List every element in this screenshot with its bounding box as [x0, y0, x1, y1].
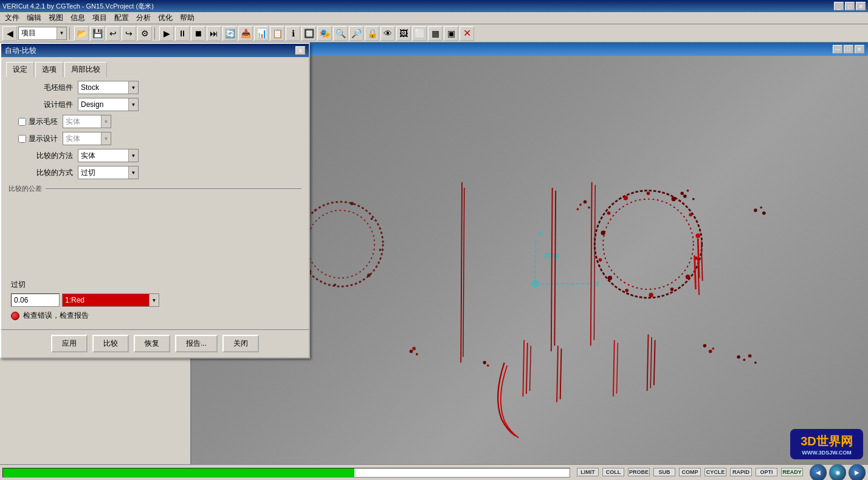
svg-point-70 [692, 198, 695, 201]
report-button[interactable]: 报告... [175, 335, 218, 352]
svg-point-68 [687, 190, 689, 192]
toolbar-btn-22[interactable]: ⬜ [412, 26, 427, 41]
status-cycle: CYCLE [704, 468, 726, 477]
viewport-close-btn[interactable]: ✕ [855, 45, 864, 53]
menu-info[interactable]: 信息 [67, 12, 89, 24]
tab-settings[interactable]: 设定 [6, 62, 34, 77]
toolbar-btn-10[interactable]: 🔄 [222, 26, 237, 41]
nav-btn-1[interactable]: ◀ [810, 464, 827, 481]
toolbar-btn-6[interactable]: ▶ [159, 26, 174, 41]
menu-optimize[interactable]: 优化 [154, 12, 176, 24]
toolbar-btn-15[interactable]: 🔲 [301, 26, 316, 41]
compare-button[interactable]: 比较 [92, 335, 129, 352]
toolbar-back-btn[interactable]: ◀ [2, 26, 17, 41]
stock-component-select[interactable]: Stock ▼ [78, 81, 139, 94]
viewport-title-controls[interactable]: — □ ✕ [833, 45, 864, 53]
toolbar-btn-14[interactable]: ℹ [286, 26, 300, 41]
toolbar-btn-23[interactable]: ▦ [428, 26, 443, 41]
compare-method-arrow[interactable]: ▼ [128, 149, 138, 162]
toolbar-save-btn[interactable]: 💾 [90, 26, 105, 41]
close-btn[interactable]: ✕ [856, 2, 866, 10]
menu-project[interactable]: 项目 [89, 12, 111, 24]
tab-options[interactable]: 选项 [35, 62, 63, 77]
toolbar-btn-13[interactable]: 📋 [270, 26, 284, 41]
dialog-title-bar: 自动-比较 ✕ [1, 44, 309, 57]
overcut-value-input[interactable] [11, 293, 60, 307]
toolbar-btn-5[interactable]: ⚙ [137, 26, 152, 41]
project-label: 项目 [19, 28, 57, 38]
toolbar-btn-21[interactable]: 🖼 [396, 26, 411, 41]
nav-btn-3[interactable]: ▶ [849, 464, 866, 481]
color-select-arrow[interactable]: ▼ [149, 294, 159, 306]
compare-mode-select[interactable]: 过切 ▼ [78, 166, 139, 179]
watermark-text: 3D世界网 [801, 433, 853, 450]
toolbar-btn-18[interactable]: 🔎 [349, 26, 363, 41]
toolbar-btn-3[interactable]: ↩ [106, 26, 120, 41]
svg-line-29 [560, 349, 562, 400]
restore-button[interactable]: 恢复 [134, 335, 170, 352]
menu-edit[interactable]: 编辑 [23, 12, 45, 24]
minimize-btn[interactable]: _ [834, 2, 844, 10]
toolbar-btn-8[interactable]: ⏹ [191, 26, 205, 41]
title-bar-controls[interactable]: _ □ ✕ [834, 2, 866, 10]
menu-file[interactable]: 文件 [1, 12, 23, 24]
status-comp: COMP [679, 468, 701, 477]
toolbar-btn-16[interactable]: 🎭 [317, 26, 332, 41]
svg-line-31 [617, 343, 618, 394]
close-dialog-button[interactable]: 关闭 [222, 335, 259, 352]
stock-component-arrow[interactable]: ▼ [128, 81, 138, 94]
toolbar-sep-1 [69, 27, 72, 39]
overcut-row: 1:Red ▼ [11, 293, 299, 307]
project-dropdown-arrow[interactable]: ▼ [57, 27, 66, 39]
menu-config[interactable]: 配置 [111, 12, 133, 24]
toolbar-btn-24[interactable]: ▣ [444, 26, 458, 41]
status-coll-box: COLL [602, 468, 624, 476]
app-title: VERICut 4.2.1 by CGTech - GN15.VcProject… [2, 2, 154, 11]
design-component-select[interactable]: Design ▼ [78, 98, 139, 111]
viewport-minimize-btn[interactable]: — [833, 45, 842, 53]
project-dropdown[interactable]: 项目 ▼ [18, 27, 67, 40]
compare-mode-arrow[interactable]: ▼ [128, 166, 138, 179]
watermark-url: WWW.3DSJW.COM [802, 450, 852, 456]
stock-component-row: 毛坯组件 Stock ▼ [6, 81, 304, 94]
show-stock-label: 显示毛坯 [29, 117, 58, 127]
color-select[interactable]: 1:Red ▼ [62, 293, 159, 307]
viewport-maximize-btn[interactable]: □ [844, 45, 853, 53]
toolbar-btn-12[interactable]: 📊 [254, 26, 269, 41]
overcut-section: 过切 1:Red ▼ [6, 279, 304, 307]
nav-btn-2[interactable]: ◉ [829, 464, 846, 481]
status-coll: COLL [602, 468, 624, 477]
menu-view[interactable]: 视图 [45, 12, 67, 24]
menu-analyze[interactable]: 分析 [133, 12, 154, 24]
toolbar-open-btn[interactable]: 📂 [74, 26, 89, 41]
svg-point-69 [683, 194, 687, 198]
svg-point-48 [625, 289, 629, 292]
svg-point-43 [696, 233, 700, 238]
maximize-btn[interactable]: □ [845, 2, 855, 10]
svg-point-3 [534, 283, 537, 285]
toolbar-btn-20[interactable]: 👁 [381, 26, 395, 41]
status-probe: PROBE [628, 468, 650, 477]
stock-component-value: Stock [78, 83, 128, 92]
toolbar-btn-9[interactable]: ⏭ [207, 26, 221, 41]
show-design-checkbox[interactable] [18, 135, 26, 143]
toolbar-btn-4[interactable]: ↪ [122, 26, 136, 41]
menu-help[interactable]: 帮助 [176, 12, 198, 24]
toolbar-btn-17[interactable]: 🔍 [333, 26, 348, 41]
toolbar-btn-11[interactable]: 📥 [238, 26, 253, 41]
show-design-value: 实体 [63, 134, 101, 144]
toolbar-btn-19[interactable]: 🔒 [365, 26, 379, 41]
svg-line-20 [463, 188, 464, 357]
design-component-arrow[interactable]: ▼ [128, 98, 138, 111]
toolbar-close-btn[interactable]: ✕ [460, 26, 474, 41]
svg-line-54 [698, 258, 699, 295]
toolbar-btn-7[interactable]: ⏸ [175, 26, 190, 41]
tab-local-compare[interactable]: 局部比较 [64, 62, 107, 77]
show-stock-checkbox[interactable] [18, 118, 26, 126]
status-limit: LIMIT [577, 468, 599, 477]
design-component-row: 设计组件 Design ▼ [6, 98, 304, 111]
main-layout: 📁 项目：GN15 ⚙ 工位：PROGRAM 自动-比较 ✕ 设定 选项 局部比… [0, 43, 868, 464]
apply-button[interactable]: 应用 [51, 335, 88, 352]
compare-method-select[interactable]: 实体 ▼ [78, 149, 139, 162]
dialog-close-btn[interactable]: ✕ [295, 46, 305, 55]
